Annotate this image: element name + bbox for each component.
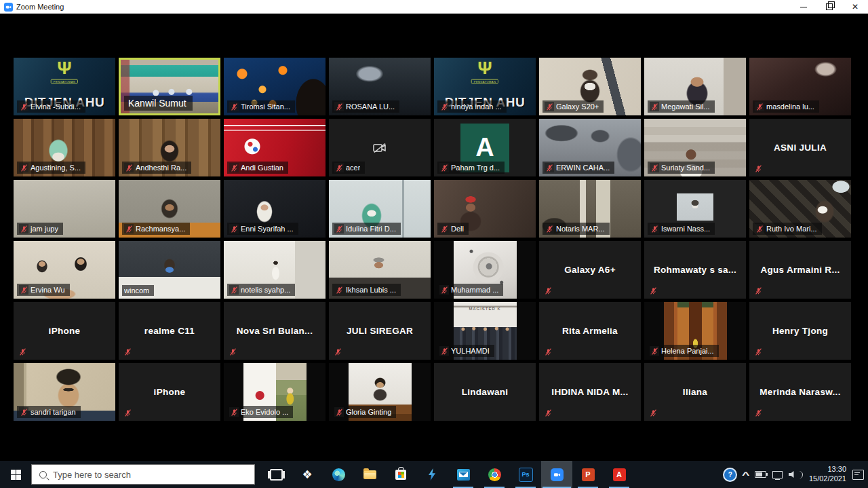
participant-tile[interactable]: Ikhsan Lubis ... <box>329 241 431 299</box>
participant-tile[interactable]: Megawati Sil... <box>644 58 746 115</box>
participant-tile[interactable]: wincom <box>119 241 220 299</box>
meeting-stage: ΨPENGAYOMANDITJEN AHUElvina -Subdi...Kan… <box>0 14 868 461</box>
participant-name: Eko Evidolo ... <box>241 408 288 416</box>
taskbar-clock[interactable]: 13:30 15/02/2021 <box>809 465 846 484</box>
participant-tile[interactable]: realme C11 <box>119 302 220 360</box>
participant-tile[interactable]: Galaxy A6+ <box>539 241 641 299</box>
lightning-icon <box>427 468 437 481</box>
participant-tile[interactable]: Notaris MAR... <box>539 180 641 238</box>
network-icon[interactable] <box>772 471 783 478</box>
participant-tile[interactable]: ERWIN CAHA... <box>539 119 641 176</box>
taskbar-search-input[interactable]: Type here to search <box>31 464 255 485</box>
participant-tile[interactable]: Muhammad ... <box>434 241 536 299</box>
participant-tile[interactable]: notelis syahp... <box>224 241 326 299</box>
windows-logo-icon <box>11 470 21 480</box>
task-view-button[interactable] <box>260 461 292 488</box>
participant-tile[interactable]: Enni Syarifah ... <box>224 180 326 238</box>
participant-tile[interactable]: Iswarni Nass... <box>644 180 746 238</box>
participant-name-label: Ikhsan Lubis ... <box>332 284 401 296</box>
participant-name-label: Rachmansya... <box>122 223 190 235</box>
participant-tile[interactable]: Agustining, S... <box>14 119 115 176</box>
clock-time: 13:30 <box>809 465 846 474</box>
volume-icon[interactable] <box>789 471 797 478</box>
participant-tile[interactable]: acer <box>329 119 431 176</box>
participant-tile[interactable]: Dell <box>434 180 536 238</box>
participant-tile[interactable]: Eko Evidolo ... <box>224 363 326 421</box>
participant-tile[interactable]: Nova Sri Bulan... <box>224 302 326 360</box>
participant-tile[interactable]: Andhesthi Ra... <box>119 119 220 176</box>
participant-tile[interactable]: Ruth Ivo Mari... <box>749 180 851 238</box>
participant-name: Henry Tjong <box>749 302 851 360</box>
action-center-icon[interactable] <box>852 470 864 480</box>
participant-tile[interactable]: Rohmawaty s sa... <box>644 241 746 299</box>
participant-tile[interactable]: ASNI JULIA <box>749 119 851 176</box>
acrobat-button[interactable]: A <box>604 461 635 488</box>
mail-button[interactable] <box>448 461 479 488</box>
participant-tile[interactable]: Andi Gustian <box>224 119 326 176</box>
system-tray: ? ^ 13:30 15/02/2021 <box>723 461 868 488</box>
hidden-icons-chevron[interactable]: ^ <box>742 470 749 480</box>
participant-name-label: Ervina Wu <box>17 284 70 296</box>
dropbox-button[interactable]: ❖ <box>292 461 323 488</box>
participant-mute-indicator <box>753 347 763 356</box>
participant-tile[interactable]: Ervina Wu <box>14 241 115 299</box>
start-button[interactable] <box>0 461 31 488</box>
chrome-button[interactable] <box>479 461 510 488</box>
file-explorer-icon <box>363 470 376 479</box>
participant-tile[interactable]: Galaxy S20+ <box>539 58 641 115</box>
participant-name: Iswarni Nass... <box>661 225 710 233</box>
participant-tile[interactable]: ΨPENGAYOMANDITJEN AHUElvina -Subdi... <box>14 58 115 115</box>
participant-name: Paham Trg d... <box>451 164 500 172</box>
participant-tile[interactable]: IHDINA NIDA M... <box>539 363 641 421</box>
participant-tile[interactable]: jam jupy <box>14 180 115 238</box>
microsoft-store-button[interactable] <box>385 461 416 488</box>
participant-tile[interactable]: iPhone <box>14 302 115 360</box>
participant-tile[interactable]: iPhone <box>119 363 220 421</box>
muted-mic-icon <box>543 286 553 295</box>
pengayoman-badge: PENGAYOMAN <box>51 79 78 83</box>
participant-tile[interactable]: JULI SIREGAR <box>329 302 431 360</box>
participant-tile[interactable]: Merinda Narasw... <box>749 363 851 421</box>
participant-tile[interactable]: Henry Tjong <box>749 302 851 360</box>
muted-mic-icon <box>543 347 553 356</box>
close-button[interactable]: ✕ <box>842 0 868 14</box>
participant-tile[interactable]: Agus Armaini R... <box>749 241 851 299</box>
zoom-taskbar-button[interactable] <box>541 461 572 488</box>
microsoft-store-icon <box>395 470 406 480</box>
battery-icon[interactable] <box>755 471 766 478</box>
participant-tile[interactable]: Rachmansya... <box>119 180 220 238</box>
participant-name-label: Dell <box>437 223 469 235</box>
participant-tile[interactable]: Gloria Ginting <box>329 363 431 421</box>
minimize-button[interactable] <box>791 0 816 14</box>
participant-tile[interactable]: Iliana <box>644 363 746 421</box>
photoshop-button[interactable]: Ps <box>510 461 541 488</box>
participant-tile[interactable]: sandri tarigan <box>14 363 115 421</box>
participant-tile[interactable]: ΨPENGAYOMANDITJEN AHUnindya indah ... <box>434 58 536 115</box>
photoshop-icon: Ps <box>519 468 533 482</box>
lightning-app-button[interactable] <box>416 461 448 488</box>
participant-tile[interactable]: Kanwil Sumut <box>119 58 220 115</box>
participant-tile[interactable]: ROSANA LU... <box>329 58 431 115</box>
participant-name-label: Elvina -Subdi... <box>17 100 85 113</box>
muted-mic-icon <box>439 346 449 356</box>
participant-name: Agus Armaini R... <box>749 241 851 299</box>
edge-button[interactable] <box>323 461 354 488</box>
file-explorer-button[interactable] <box>354 461 385 488</box>
participant-tile[interactable]: MAGISTER KYULHAMDI <box>434 302 536 360</box>
restore-icon <box>826 3 833 10</box>
participant-tile[interactable]: Helena Panjai... <box>644 302 746 360</box>
participant-tile[interactable]: masdelina lu... <box>749 58 851 115</box>
participant-tile[interactable]: Lindawani <box>434 363 536 421</box>
help-tray-icon[interactable]: ? <box>723 468 737 482</box>
participant-tile[interactable]: Rita Armelia <box>539 302 641 360</box>
restore-button[interactable] <box>816 0 842 14</box>
participant-name: Suriaty Sand... <box>661 164 710 172</box>
powerpoint-button[interactable]: P <box>572 461 604 488</box>
participant-name: JULI SIREGAR <box>329 302 431 360</box>
participant-name: Galaxy A6+ <box>539 241 641 299</box>
participant-tile[interactable]: Idulina Fitri D... <box>329 180 431 238</box>
participant-tile[interactable]: Tiromsi Sitan... <box>224 58 326 115</box>
participant-tile[interactable]: Suriaty Sand... <box>644 119 746 176</box>
participant-tile[interactable]: APaham Trg d... <box>434 119 536 176</box>
participant-name-label: Muhammad ... <box>437 284 503 296</box>
